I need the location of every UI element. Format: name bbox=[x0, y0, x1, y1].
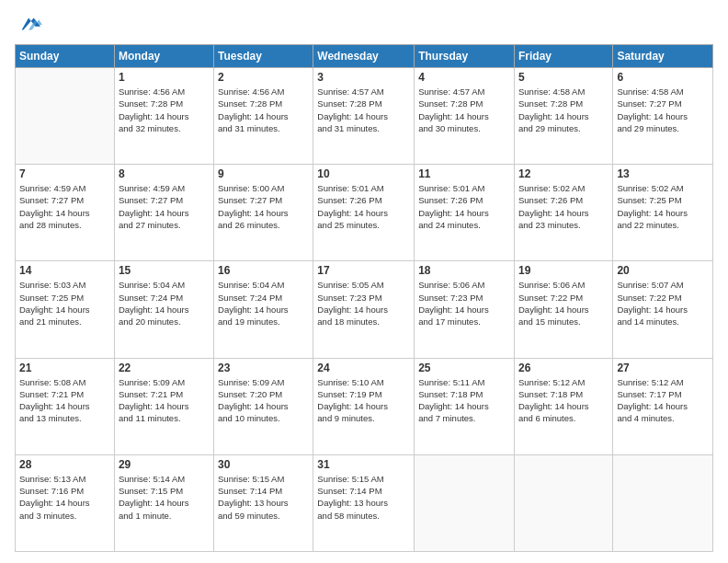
calendar-cell: 26Sunrise: 5:12 AM Sunset: 7:18 PM Dayli… bbox=[514, 358, 612, 454]
cell-content: Sunrise: 5:05 AM Sunset: 7:23 PM Dayligh… bbox=[317, 279, 410, 327]
day-number: 31 bbox=[317, 458, 410, 471]
day-number: 13 bbox=[617, 167, 709, 180]
calendar-cell: 21Sunrise: 5:08 AM Sunset: 7:21 PM Dayli… bbox=[16, 358, 115, 454]
cell-content: Sunrise: 4:58 AM Sunset: 7:27 PM Dayligh… bbox=[617, 86, 709, 134]
calendar-cell: 18Sunrise: 5:06 AM Sunset: 7:23 PM Dayli… bbox=[415, 261, 515, 358]
calendar-table: SundayMondayTuesdayWednesdayThursdayFrid… bbox=[15, 44, 713, 552]
cell-content: Sunrise: 5:15 AM Sunset: 7:14 PM Dayligh… bbox=[317, 473, 410, 522]
calendar-cell: 30Sunrise: 5:15 AM Sunset: 7:14 PM Dayli… bbox=[214, 454, 313, 551]
header-row: SundayMondayTuesdayWednesdayThursdayFrid… bbox=[16, 45, 713, 68]
cell-content: Sunrise: 5:08 AM Sunset: 7:21 PM Dayligh… bbox=[19, 376, 110, 425]
cell-content: Sunrise: 5:06 AM Sunset: 7:23 PM Dayligh… bbox=[418, 279, 510, 327]
calendar-cell: 5Sunrise: 4:58 AM Sunset: 7:28 PM Daylig… bbox=[514, 68, 612, 165]
calendar-cell: 17Sunrise: 5:05 AM Sunset: 7:23 PM Dayli… bbox=[313, 261, 415, 358]
calendar-cell: 3Sunrise: 4:57 AM Sunset: 7:28 PM Daylig… bbox=[313, 68, 415, 165]
calendar-cell: 4Sunrise: 4:57 AM Sunset: 7:28 PM Daylig… bbox=[415, 68, 515, 165]
cell-content: Sunrise: 4:59 AM Sunset: 7:27 PM Dayligh… bbox=[119, 182, 210, 231]
calendar-cell: 2Sunrise: 4:56 AM Sunset: 7:28 PM Daylig… bbox=[214, 68, 313, 165]
cell-content: Sunrise: 4:57 AM Sunset: 7:28 PM Dayligh… bbox=[317, 86, 410, 134]
day-number: 20 bbox=[617, 264, 709, 277]
calendar-cell: 13Sunrise: 5:02 AM Sunset: 7:25 PM Dayli… bbox=[613, 165, 713, 261]
calendar-cell: 24Sunrise: 5:10 AM Sunset: 7:19 PM Dayli… bbox=[313, 358, 415, 454]
calendar-cell: 29Sunrise: 5:14 AM Sunset: 7:15 PM Dayli… bbox=[114, 454, 213, 551]
col-header-saturday: Saturday bbox=[613, 45, 713, 68]
col-header-wednesday: Wednesday bbox=[313, 45, 415, 68]
logo-icon bbox=[17, 11, 42, 37]
calendar-cell: 22Sunrise: 5:09 AM Sunset: 7:21 PM Dayli… bbox=[114, 358, 213, 454]
cell-content: Sunrise: 5:09 AM Sunset: 7:20 PM Dayligh… bbox=[218, 376, 309, 425]
calendar-cell: 11Sunrise: 5:01 AM Sunset: 7:26 PM Dayli… bbox=[415, 165, 515, 261]
cell-content: Sunrise: 5:11 AM Sunset: 7:18 PM Dayligh… bbox=[418, 376, 510, 425]
cell-content: Sunrise: 5:02 AM Sunset: 7:25 PM Dayligh… bbox=[617, 182, 709, 231]
day-number: 11 bbox=[418, 167, 510, 180]
calendar-cell: 10Sunrise: 5:01 AM Sunset: 7:26 PM Dayli… bbox=[313, 165, 415, 261]
calendar-cell: 27Sunrise: 5:12 AM Sunset: 7:17 PM Dayli… bbox=[613, 358, 713, 454]
cell-content: Sunrise: 4:56 AM Sunset: 7:28 PM Dayligh… bbox=[119, 86, 210, 134]
week-row-2: 7Sunrise: 4:59 AM Sunset: 7:27 PM Daylig… bbox=[16, 165, 713, 261]
day-number: 17 bbox=[317, 264, 410, 277]
day-number: 12 bbox=[518, 167, 609, 180]
cell-content: Sunrise: 5:04 AM Sunset: 7:24 PM Dayligh… bbox=[218, 279, 309, 327]
day-number: 1 bbox=[119, 71, 210, 84]
cell-content: Sunrise: 4:57 AM Sunset: 7:28 PM Dayligh… bbox=[418, 86, 510, 134]
calendar-cell: 8Sunrise: 4:59 AM Sunset: 7:27 PM Daylig… bbox=[114, 165, 213, 261]
calendar-cell: 1Sunrise: 4:56 AM Sunset: 7:28 PM Daylig… bbox=[114, 68, 213, 165]
cell-content: Sunrise: 5:07 AM Sunset: 7:22 PM Dayligh… bbox=[617, 279, 709, 327]
col-header-monday: Monday bbox=[114, 45, 213, 68]
calendar-cell: 12Sunrise: 5:02 AM Sunset: 7:26 PM Dayli… bbox=[514, 165, 612, 261]
calendar-cell bbox=[613, 454, 713, 551]
col-header-tuesday: Tuesday bbox=[214, 45, 313, 68]
day-number: 28 bbox=[19, 458, 110, 471]
day-number: 2 bbox=[218, 71, 309, 84]
calendar-cell: 9Sunrise: 5:00 AM Sunset: 7:27 PM Daylig… bbox=[214, 165, 313, 261]
week-row-4: 21Sunrise: 5:08 AM Sunset: 7:21 PM Dayli… bbox=[16, 358, 713, 454]
week-row-3: 14Sunrise: 5:03 AM Sunset: 7:25 PM Dayli… bbox=[16, 261, 713, 358]
cell-content: Sunrise: 5:02 AM Sunset: 7:26 PM Dayligh… bbox=[518, 182, 609, 231]
col-header-thursday: Thursday bbox=[415, 45, 515, 68]
day-number: 25 bbox=[418, 362, 510, 374]
calendar-cell: 25Sunrise: 5:11 AM Sunset: 7:18 PM Dayli… bbox=[415, 358, 515, 454]
day-number: 21 bbox=[19, 362, 110, 374]
cell-content: Sunrise: 5:01 AM Sunset: 7:26 PM Dayligh… bbox=[418, 182, 510, 231]
calendar-cell: 15Sunrise: 5:04 AM Sunset: 7:24 PM Dayli… bbox=[114, 261, 213, 358]
header bbox=[15, 11, 713, 37]
logo bbox=[15, 11, 42, 37]
day-number: 4 bbox=[418, 71, 510, 84]
day-number: 9 bbox=[218, 167, 309, 180]
cell-content: Sunrise: 4:59 AM Sunset: 7:27 PM Dayligh… bbox=[19, 182, 110, 231]
day-number: 30 bbox=[218, 458, 309, 471]
day-number: 10 bbox=[317, 167, 410, 180]
day-number: 26 bbox=[518, 362, 609, 374]
calendar-cell: 6Sunrise: 4:58 AM Sunset: 7:27 PM Daylig… bbox=[613, 68, 713, 165]
cell-content: Sunrise: 5:09 AM Sunset: 7:21 PM Dayligh… bbox=[119, 376, 210, 425]
day-number: 14 bbox=[19, 264, 110, 277]
calendar-cell: 7Sunrise: 4:59 AM Sunset: 7:27 PM Daylig… bbox=[16, 165, 115, 261]
cell-content: Sunrise: 4:56 AM Sunset: 7:28 PM Dayligh… bbox=[218, 86, 309, 134]
col-header-sunday: Sunday bbox=[16, 45, 115, 68]
day-number: 24 bbox=[317, 362, 410, 374]
cell-content: Sunrise: 5:04 AM Sunset: 7:24 PM Dayligh… bbox=[119, 279, 210, 327]
day-number: 7 bbox=[19, 167, 110, 180]
cell-content: Sunrise: 5:14 AM Sunset: 7:15 PM Dayligh… bbox=[119, 473, 210, 522]
day-number: 5 bbox=[518, 71, 609, 84]
calendar-cell: 16Sunrise: 5:04 AM Sunset: 7:24 PM Dayli… bbox=[214, 261, 313, 358]
week-row-1: 1Sunrise: 4:56 AM Sunset: 7:28 PM Daylig… bbox=[16, 68, 713, 165]
day-number: 23 bbox=[218, 362, 309, 374]
day-number: 22 bbox=[119, 362, 210, 374]
cell-content: Sunrise: 5:03 AM Sunset: 7:25 PM Dayligh… bbox=[19, 279, 110, 327]
cell-content: Sunrise: 5:10 AM Sunset: 7:19 PM Dayligh… bbox=[317, 376, 410, 425]
cell-content: Sunrise: 5:15 AM Sunset: 7:14 PM Dayligh… bbox=[218, 473, 309, 522]
cell-content: Sunrise: 5:00 AM Sunset: 7:27 PM Dayligh… bbox=[218, 182, 309, 231]
day-number: 19 bbox=[518, 264, 609, 277]
calendar-cell: 31Sunrise: 5:15 AM Sunset: 7:14 PM Dayli… bbox=[313, 454, 415, 551]
cell-content: Sunrise: 5:01 AM Sunset: 7:26 PM Dayligh… bbox=[317, 182, 410, 231]
cell-content: Sunrise: 4:58 AM Sunset: 7:28 PM Dayligh… bbox=[518, 86, 609, 134]
calendar-cell bbox=[16, 68, 115, 165]
day-number: 16 bbox=[218, 264, 309, 277]
day-number: 27 bbox=[617, 362, 709, 374]
calendar-cell bbox=[415, 454, 515, 551]
page: SundayMondayTuesdayWednesdayThursdayFrid… bbox=[0, 0, 728, 563]
calendar-cell: 20Sunrise: 5:07 AM Sunset: 7:22 PM Dayli… bbox=[613, 261, 713, 358]
col-header-friday: Friday bbox=[514, 45, 612, 68]
calendar-cell: 28Sunrise: 5:13 AM Sunset: 7:16 PM Dayli… bbox=[16, 454, 115, 551]
